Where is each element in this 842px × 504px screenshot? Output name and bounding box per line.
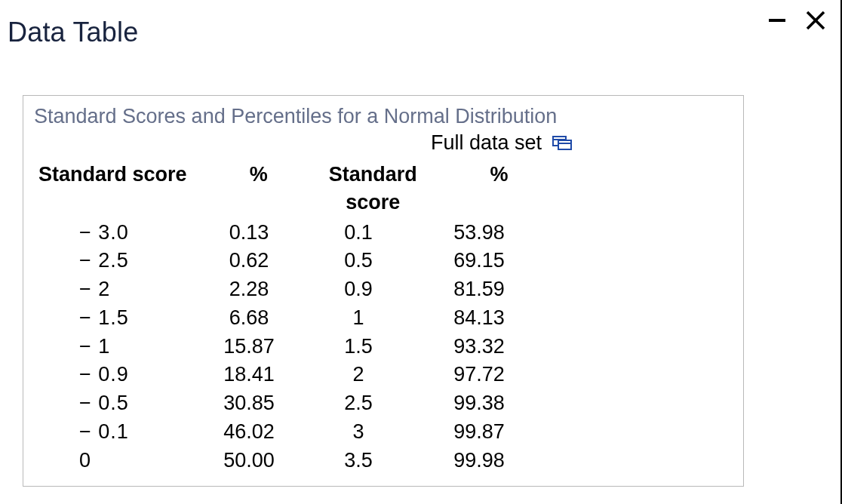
cell-standard-score-right: 1.5	[298, 333, 419, 361]
cell-standard-score-left: − 0.1	[34, 418, 200, 447]
col-header-standard-score-2-text: Standard score	[327, 161, 418, 217]
cell-percent-right: 99.98	[419, 447, 539, 475]
cell-percent-right: 81.59	[419, 275, 539, 304]
table-header-row: Standard score % Standard score %	[34, 159, 562, 219]
cell-standard-score-left: − 1	[34, 333, 200, 361]
cell-percent-left: 6.68	[200, 304, 298, 333]
cell-percent-right: 53.98	[419, 219, 539, 247]
close-icon[interactable]	[804, 9, 827, 32]
cell-standard-score-left: − 0.5	[34, 389, 200, 418]
col-header-standard-score-1: Standard score	[34, 159, 207, 219]
svg-rect-5	[558, 140, 571, 149]
page-title: Data Table	[8, 17, 138, 48]
col-header-standard-score-2: Standard score	[310, 159, 436, 219]
cell-standard-score-left: − 0.9	[34, 361, 200, 389]
cell-standard-score-right: 0.5	[298, 247, 419, 275]
cell-percent-right: 93.32	[419, 333, 539, 361]
cell-standard-score-right: 2.5	[298, 389, 419, 418]
col-header-percent-1: %	[207, 159, 310, 219]
cell-percent-right: 69.15	[419, 247, 539, 275]
cell-standard-score-left: − 1.5	[34, 304, 200, 333]
cell-standard-score-right: 3	[298, 418, 419, 447]
cell-standard-score-right: 0.1	[298, 219, 419, 247]
cell-standard-score-left: 0	[34, 447, 200, 475]
table: Standard score % Standard score % − 3.00…	[23, 159, 743, 475]
col-header-percent-2: %	[436, 159, 562, 219]
cell-standard-score-left: − 3.0	[34, 219, 200, 247]
cell-percent-left: 0.62	[200, 247, 298, 275]
cell-standard-score-left: − 2.5	[34, 247, 200, 275]
cell-standard-score-left: − 2	[34, 275, 200, 304]
cell-percent-right: 99.38	[419, 389, 539, 418]
table-body: − 3.00.130.153.98− 2.50.620.569.15− 22.2…	[34, 219, 733, 475]
cell-percent-right: 99.87	[419, 418, 539, 447]
cell-percent-left: 15.87	[200, 333, 298, 361]
cell-standard-score-right: 1	[298, 304, 419, 333]
cell-percent-left: 0.13	[200, 219, 298, 247]
cell-percent-left: 50.00	[200, 447, 298, 475]
cell-percent-left: 30.85	[200, 389, 298, 418]
cell-percent-left: 46.02	[200, 418, 298, 447]
data-panel: Standard Scores and Percentiles for a No…	[23, 95, 744, 487]
cell-standard-score-right: 2	[298, 361, 419, 389]
full-data-set-row: Full data set	[23, 131, 743, 155]
cell-percent-left: 18.41	[200, 361, 298, 389]
copy-table-icon[interactable]	[552, 134, 572, 153]
panel-title: Standard Scores and Percentiles for a No…	[23, 100, 743, 130]
minimize-icon[interactable]	[767, 10, 788, 31]
cell-standard-score-right: 0.9	[298, 275, 419, 304]
cell-percent-left: 2.28	[200, 275, 298, 304]
cell-standard-score-right: 3.5	[298, 447, 419, 475]
cell-percent-right: 97.72	[419, 361, 539, 389]
cell-percent-right: 84.13	[419, 304, 539, 333]
full-data-set-label: Full data set	[431, 131, 542, 155]
window: Data Table Standard Scores and Percentil…	[0, 0, 842, 504]
window-controls	[767, 9, 827, 32]
